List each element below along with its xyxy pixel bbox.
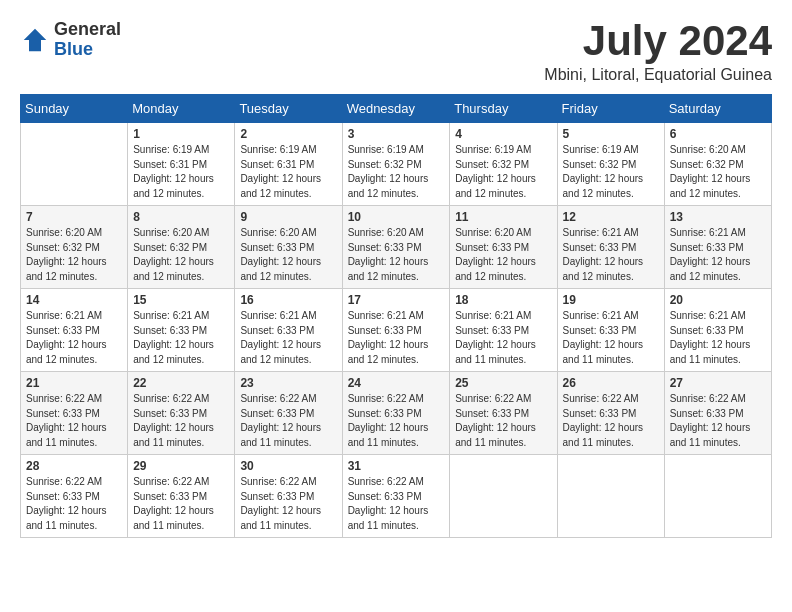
calendar-day-cell: 29Sunrise: 6:22 AMSunset: 6:33 PMDayligh…: [128, 455, 235, 538]
title-block: July 2024 Mbini, Litoral, Equatorial Gui…: [544, 20, 772, 84]
calendar-day-cell: 11Sunrise: 6:20 AMSunset: 6:33 PMDayligh…: [450, 206, 557, 289]
day-info: Sunrise: 6:21 AMSunset: 6:33 PMDaylight:…: [455, 309, 551, 367]
weekday-header: Tuesday: [235, 95, 342, 123]
day-number: 5: [563, 127, 659, 141]
calendar-day-cell: 6Sunrise: 6:20 AMSunset: 6:32 PMDaylight…: [664, 123, 771, 206]
day-info: Sunrise: 6:22 AMSunset: 6:33 PMDaylight:…: [133, 392, 229, 450]
day-number: 1: [133, 127, 229, 141]
calendar-day-cell: 3Sunrise: 6:19 AMSunset: 6:32 PMDaylight…: [342, 123, 450, 206]
weekday-header: Friday: [557, 95, 664, 123]
day-number: 9: [240, 210, 336, 224]
day-info: Sunrise: 6:21 AMSunset: 6:33 PMDaylight:…: [133, 309, 229, 367]
logo-general: General: [54, 20, 121, 40]
day-number: 27: [670, 376, 766, 390]
calendar-day-cell: 7Sunrise: 6:20 AMSunset: 6:32 PMDaylight…: [21, 206, 128, 289]
day-number: 20: [670, 293, 766, 307]
weekday-header-row: SundayMondayTuesdayWednesdayThursdayFrid…: [21, 95, 772, 123]
day-info: Sunrise: 6:21 AMSunset: 6:33 PMDaylight:…: [26, 309, 122, 367]
day-info: Sunrise: 6:20 AMSunset: 6:32 PMDaylight:…: [670, 143, 766, 201]
day-number: 28: [26, 459, 122, 473]
calendar-day-cell: 31Sunrise: 6:22 AMSunset: 6:33 PMDayligh…: [342, 455, 450, 538]
calendar-day-cell: 4Sunrise: 6:19 AMSunset: 6:32 PMDaylight…: [450, 123, 557, 206]
calendar-day-cell: 25Sunrise: 6:22 AMSunset: 6:33 PMDayligh…: [450, 372, 557, 455]
day-number: 13: [670, 210, 766, 224]
svg-marker-0: [24, 29, 47, 52]
day-number: 7: [26, 210, 122, 224]
calendar-day-cell: 5Sunrise: 6:19 AMSunset: 6:32 PMDaylight…: [557, 123, 664, 206]
calendar-day-cell: 20Sunrise: 6:21 AMSunset: 6:33 PMDayligh…: [664, 289, 771, 372]
day-number: 4: [455, 127, 551, 141]
day-number: 2: [240, 127, 336, 141]
weekday-header: Thursday: [450, 95, 557, 123]
weekday-header: Wednesday: [342, 95, 450, 123]
day-info: Sunrise: 6:22 AMSunset: 6:33 PMDaylight:…: [455, 392, 551, 450]
day-number: 23: [240, 376, 336, 390]
day-number: 25: [455, 376, 551, 390]
calendar-week-row: 1Sunrise: 6:19 AMSunset: 6:31 PMDaylight…: [21, 123, 772, 206]
day-info: Sunrise: 6:21 AMSunset: 6:33 PMDaylight:…: [563, 226, 659, 284]
day-info: Sunrise: 6:20 AMSunset: 6:32 PMDaylight:…: [133, 226, 229, 284]
day-number: 30: [240, 459, 336, 473]
calendar-week-row: 28Sunrise: 6:22 AMSunset: 6:33 PMDayligh…: [21, 455, 772, 538]
calendar-day-cell: 14Sunrise: 6:21 AMSunset: 6:33 PMDayligh…: [21, 289, 128, 372]
calendar-day-cell: 23Sunrise: 6:22 AMSunset: 6:33 PMDayligh…: [235, 372, 342, 455]
weekday-header: Sunday: [21, 95, 128, 123]
calendar-day-cell: 22Sunrise: 6:22 AMSunset: 6:33 PMDayligh…: [128, 372, 235, 455]
calendar-day-cell: 2Sunrise: 6:19 AMSunset: 6:31 PMDaylight…: [235, 123, 342, 206]
calendar-day-cell: [557, 455, 664, 538]
day-number: 14: [26, 293, 122, 307]
day-info: Sunrise: 6:22 AMSunset: 6:33 PMDaylight:…: [240, 475, 336, 533]
day-number: 8: [133, 210, 229, 224]
day-info: Sunrise: 6:22 AMSunset: 6:33 PMDaylight:…: [133, 475, 229, 533]
day-info: Sunrise: 6:22 AMSunset: 6:33 PMDaylight:…: [348, 392, 445, 450]
calendar-day-cell: 13Sunrise: 6:21 AMSunset: 6:33 PMDayligh…: [664, 206, 771, 289]
weekday-header: Monday: [128, 95, 235, 123]
weekday-header: Saturday: [664, 95, 771, 123]
day-info: Sunrise: 6:22 AMSunset: 6:33 PMDaylight:…: [26, 475, 122, 533]
logo-icon: [20, 25, 50, 55]
day-info: Sunrise: 6:22 AMSunset: 6:33 PMDaylight:…: [348, 475, 445, 533]
calendar-day-cell: 28Sunrise: 6:22 AMSunset: 6:33 PMDayligh…: [21, 455, 128, 538]
calendar-day-cell: [21, 123, 128, 206]
calendar-day-cell: 9Sunrise: 6:20 AMSunset: 6:33 PMDaylight…: [235, 206, 342, 289]
day-number: 15: [133, 293, 229, 307]
calendar-day-cell: 26Sunrise: 6:22 AMSunset: 6:33 PMDayligh…: [557, 372, 664, 455]
calendar-day-cell: 21Sunrise: 6:22 AMSunset: 6:33 PMDayligh…: [21, 372, 128, 455]
day-info: Sunrise: 6:21 AMSunset: 6:33 PMDaylight:…: [240, 309, 336, 367]
day-number: 10: [348, 210, 445, 224]
day-info: Sunrise: 6:19 AMSunset: 6:32 PMDaylight:…: [563, 143, 659, 201]
day-info: Sunrise: 6:20 AMSunset: 6:33 PMDaylight:…: [455, 226, 551, 284]
calendar-day-cell: 1Sunrise: 6:19 AMSunset: 6:31 PMDaylight…: [128, 123, 235, 206]
day-number: 17: [348, 293, 445, 307]
day-number: 16: [240, 293, 336, 307]
calendar-day-cell: 30Sunrise: 6:22 AMSunset: 6:33 PMDayligh…: [235, 455, 342, 538]
calendar-day-cell: 12Sunrise: 6:21 AMSunset: 6:33 PMDayligh…: [557, 206, 664, 289]
day-info: Sunrise: 6:22 AMSunset: 6:33 PMDaylight:…: [240, 392, 336, 450]
calendar-week-row: 21Sunrise: 6:22 AMSunset: 6:33 PMDayligh…: [21, 372, 772, 455]
day-number: 19: [563, 293, 659, 307]
calendar-day-cell: 17Sunrise: 6:21 AMSunset: 6:33 PMDayligh…: [342, 289, 450, 372]
day-info: Sunrise: 6:22 AMSunset: 6:33 PMDaylight:…: [26, 392, 122, 450]
day-number: 22: [133, 376, 229, 390]
day-number: 6: [670, 127, 766, 141]
calendar-day-cell: [450, 455, 557, 538]
day-info: Sunrise: 6:21 AMSunset: 6:33 PMDaylight:…: [348, 309, 445, 367]
calendar-day-cell: 18Sunrise: 6:21 AMSunset: 6:33 PMDayligh…: [450, 289, 557, 372]
calendar-day-cell: 10Sunrise: 6:20 AMSunset: 6:33 PMDayligh…: [342, 206, 450, 289]
month-year-title: July 2024: [544, 20, 772, 62]
day-number: 3: [348, 127, 445, 141]
day-info: Sunrise: 6:21 AMSunset: 6:33 PMDaylight:…: [670, 309, 766, 367]
calendar-day-cell: 8Sunrise: 6:20 AMSunset: 6:32 PMDaylight…: [128, 206, 235, 289]
day-number: 24: [348, 376, 445, 390]
logo-blue: Blue: [54, 40, 121, 60]
logo-text: General Blue: [54, 20, 121, 60]
day-number: 29: [133, 459, 229, 473]
calendar-day-cell: [664, 455, 771, 538]
day-info: Sunrise: 6:22 AMSunset: 6:33 PMDaylight:…: [563, 392, 659, 450]
day-info: Sunrise: 6:19 AMSunset: 6:32 PMDaylight:…: [455, 143, 551, 201]
location-subtitle: Mbini, Litoral, Equatorial Guinea: [544, 66, 772, 84]
day-number: 31: [348, 459, 445, 473]
calendar-day-cell: 16Sunrise: 6:21 AMSunset: 6:33 PMDayligh…: [235, 289, 342, 372]
calendar-week-row: 7Sunrise: 6:20 AMSunset: 6:32 PMDaylight…: [21, 206, 772, 289]
day-info: Sunrise: 6:20 AMSunset: 6:33 PMDaylight:…: [240, 226, 336, 284]
